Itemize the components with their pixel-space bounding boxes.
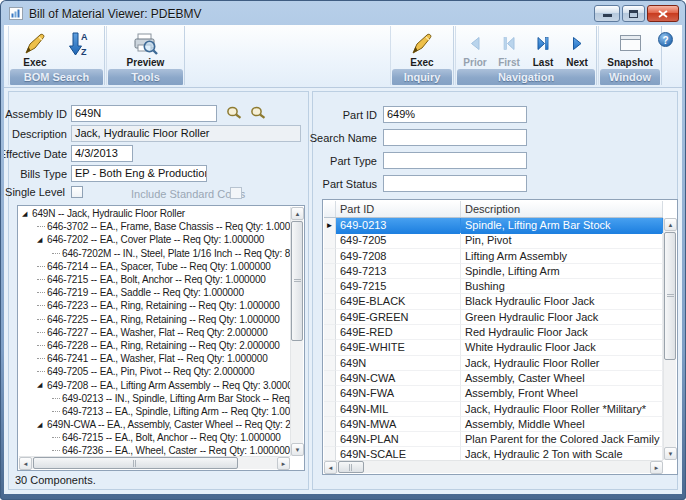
header-description[interactable]: Description [461,201,663,217]
maximize-button[interactable] [622,5,645,22]
table-row[interactable]: 649-7215Bushing [324,279,663,294]
scroll-up-icon[interactable]: ▲ [664,218,677,231]
cell-description: Red Hydraulic Floor Jack [461,325,663,340]
table-row[interactable]: 649N-PLANPlan Parent for the Colored Jac… [324,432,663,447]
tree-item[interactable]: 649-7205 -- EA., Pin, Pivot -- Req Qty: … [19,365,290,378]
scroll-right-icon[interactable]: ► [650,461,663,474]
expand-icon[interactable]: ◢ [37,420,47,430]
tree-item[interactable]: 646-7219 -- EA., Saddle -- Req Qty: 1.00… [19,286,290,299]
group-label-navigation: Navigation [457,69,595,85]
expand-icon[interactable]: ◢ [37,235,47,245]
scroll-up-icon[interactable]: ▲ [291,207,304,220]
preview-button[interactable]: Preview [124,28,168,69]
lookup-icon[interactable] [225,105,243,120]
table-row[interactable]: 649N-MWAAssembly, Middle Wheel [324,417,663,432]
table-horizontal-scrollbar[interactable]: ◄ ► [324,460,663,473]
part-type-input[interactable] [383,152,527,169]
tree-item[interactable]: 646-7223 -- EA., Ring, Retaining -- Req … [19,299,290,312]
cell-description: Spindle, Lifting Arm Bar Stock [461,218,663,234]
close-button[interactable] [647,5,679,22]
table-row[interactable]: 649N-FWAAssembly, Front Wheel [324,386,663,401]
help-button[interactable]: ? [658,32,673,47]
tree-horizontal-scrollbar[interactable]: ◄ ► [19,456,290,469]
single-level-checkbox[interactable] [71,186,83,198]
cell-part-id: 649N [336,356,461,371]
tree-item-label: 646-7219 -- EA., Saddle -- Req Qty: 1.00… [47,287,244,298]
scroll-right-icon[interactable]: ► [277,457,290,470]
table-row[interactable]: 649N-CWAAssembly, Caster Wheel [324,371,663,386]
tree-item[interactable]: ◢649N-CWA -- EA., Assembly, Caster Wheel… [19,418,290,431]
expand-icon[interactable]: ◢ [37,380,47,390]
part-id-input[interactable]: 649% [383,106,527,123]
row-gutter [324,371,336,386]
search-name-input[interactable] [383,129,527,146]
row-gutter [324,417,336,432]
tree-item[interactable]: 649-0213 -- IN., Spindle, Lifting Arm Ba… [19,392,290,405]
expand-icon[interactable]: ◢ [22,209,32,219]
tree-item[interactable]: ◢649-7208 -- EA., Lifting Arm Assembly -… [19,378,290,391]
toolbar: Exec AZ BOM Search [4,25,682,88]
toolbar-group-tools: Preview Tools [106,26,185,85]
tree-item[interactable]: 646-7215 -- EA., Bolt, Anchor -- Req Qty… [19,431,290,444]
tree-item[interactable]: ◢649N -- Jack, Hydraulic Floor Roller [19,207,290,220]
part-id-label: Part ID [343,109,377,121]
effective-date-input[interactable]: 4/3/2013 [71,145,133,162]
table-row[interactable]: 649-7213Spindle, Lifting Arm [324,264,663,279]
table-row[interactable]: 649E-GREENGreen Hydraulic Floor Jack [324,310,663,325]
table-row[interactable]: 649-7208Lifting Arm Assembly [324,249,663,264]
cell-part-id: 649E-RED [336,325,461,340]
tree-item[interactable]: 646-7214 -- EA., Spacer, Tube -- Req Qty… [19,260,290,273]
inquiry-exec-button[interactable]: Exec [401,28,443,69]
lookup-alt-icon[interactable] [249,105,267,120]
last-button[interactable]: Last [526,28,560,69]
table-row[interactable]: 649N-SCALEJack, Hydraulic 2 Ton with Sca… [324,447,663,460]
tree-item[interactable]: 646-7236 -- EA., Wheel, Caster -- Req Qt… [19,444,290,456]
table-row[interactable]: 649E-WHITEWhite Hydraulic Floor Jack [324,340,663,355]
table-row[interactable]: ►649-0213Spindle, Lifting Arm Bar Stock [324,218,663,233]
tree-vertical-scrollbar[interactable]: ▲ ▼ [290,207,303,456]
tree-item[interactable]: 646-3702 -- EA., Frame, Base Chassis -- … [19,220,290,233]
title-bar[interactable]: Bill of Material Viewer: PDEBMV [9,4,566,23]
next-button[interactable]: Next [560,28,594,69]
tree-item[interactable]: 646-7225 -- EA., Ring, Retaining -- Req … [19,313,290,326]
tree-item[interactable]: 646-7228 -- EA., Ring, Retaining -- Req … [19,339,290,352]
tree-item[interactable]: 646-7241 -- EA., Washer, Flat -- Req Qty… [19,352,290,365]
tree-item[interactable]: 646-7227 -- EA., Washer, Flat -- Req Qty… [19,326,290,339]
scroll-left-icon[interactable]: ◄ [19,457,32,470]
scroll-down-icon[interactable]: ▼ [291,443,304,456]
table-vertical-scrollbar[interactable]: ▲ ▼ [663,218,676,460]
table-row[interactable]: 649N-MILJack, Hydraulic Floor Roller *Mi… [324,402,663,417]
snapshot-button[interactable]: Snapshot [602,28,658,69]
table-row[interactable]: 649E-BLACKBlack Hydraulic Floor Jack [324,294,663,309]
table-row[interactable]: 649-7205Pin, Pivot [324,233,663,248]
header-part-id[interactable]: Part ID [336,201,461,217]
exec-button[interactable]: Exec [14,28,56,69]
tree-item[interactable]: ◢646-7202 -- EA., Cover Plate -- Req Qty… [19,233,290,246]
description-label: Description [12,128,67,140]
selected-row-marker: ► [324,218,336,234]
tree-connector [52,411,60,412]
row-gutter [324,325,336,340]
assembly-id-label: Assembly ID [5,108,67,120]
scroll-down-icon[interactable]: ▼ [664,447,677,460]
app-icon [9,7,23,20]
row-gutter [324,294,336,309]
tree-connector [37,332,45,333]
minimize-button[interactable] [594,5,620,22]
first-button[interactable]: First [492,28,526,69]
scroll-left-icon[interactable]: ◄ [324,461,337,474]
cell-description: Lifting Arm Assembly [461,249,663,264]
row-gutter [324,447,336,460]
include-standard-costs-checkbox[interactable] [230,187,242,199]
table-row[interactable]: 649NJack, Hydraulic Floor Roller [324,356,663,371]
prior-button[interactable]: Prior [458,28,492,69]
tree-item[interactable]: 646-7202M -- IN., Steel, Plate 1/16 Inch… [19,247,290,260]
next-icon [569,30,585,57]
assembly-id-input[interactable]: 649N [71,105,217,122]
part-status-input[interactable] [383,175,527,192]
sort-az-button[interactable]: AZ [57,28,99,69]
bills-type-select[interactable]: EP - Both Eng & Production [71,165,207,182]
table-row[interactable]: 649E-REDRed Hydraulic Floor Jack [324,325,663,340]
tree-item[interactable]: 649-7213 -- EA., Spindle, Lifting Arm --… [19,405,290,418]
tree-item[interactable]: 646-7215 -- EA., Bolt, Anchor -- Req Qty… [19,273,290,286]
